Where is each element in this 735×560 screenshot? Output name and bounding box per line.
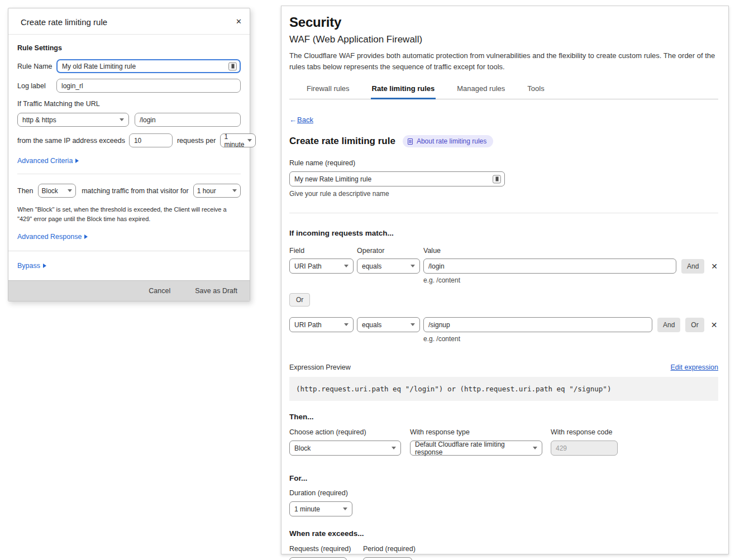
chevron-down-icon bbox=[247, 139, 252, 142]
requests-input[interactable] bbox=[289, 557, 347, 560]
chevron-down-icon bbox=[392, 447, 396, 449]
period-select[interactable]: 1 minute bbox=[363, 557, 412, 560]
chevron-down-icon bbox=[232, 189, 237, 192]
choose-action-label: Choose action (required) bbox=[289, 428, 401, 436]
then-label: Then bbox=[17, 187, 34, 195]
about-rate-limiting-rules-badge[interactable]: About rate limiting rules bbox=[403, 135, 493, 147]
condition-row: URI Path equals And Or ✕ bbox=[289, 317, 718, 332]
traffic-matching-label: If Traffic Matching the URL bbox=[17, 100, 241, 108]
operator-select[interactable]: equals bbox=[357, 259, 420, 274]
chevron-down-icon bbox=[411, 323, 415, 326]
chevron-down-icon bbox=[344, 265, 349, 267]
value-input[interactable] bbox=[423, 317, 652, 332]
block-duration-select[interactable]: 1 hour bbox=[193, 184, 241, 198]
value-column-label: Value bbox=[423, 247, 441, 255]
dialog-title: Create rate limiting rule bbox=[21, 17, 107, 27]
and-button[interactable]: And bbox=[681, 259, 704, 274]
response-type-label: With response type bbox=[410, 428, 542, 436]
chevron-down-icon bbox=[533, 447, 537, 449]
arrow-right-icon bbox=[84, 234, 88, 239]
field-column-label: Field bbox=[289, 247, 357, 255]
divider bbox=[289, 213, 718, 213]
arrow-right-icon bbox=[75, 159, 79, 163]
duration-select[interactable]: 1 minute bbox=[289, 501, 352, 516]
advanced-response-link[interactable]: Advanced Response bbox=[17, 233, 88, 241]
incoming-requests-heading: If incoming requests match... bbox=[289, 229, 718, 237]
block-note: When "Block" is set, when the threshold … bbox=[17, 205, 241, 224]
bypass-link[interactable]: Bypass bbox=[17, 262, 46, 270]
requests-input[interactable] bbox=[129, 133, 173, 147]
rate-exceeds-heading: When rate exceeds... bbox=[289, 529, 718, 538]
remove-condition-icon[interactable]: ✕ bbox=[710, 262, 719, 271]
tab-firewall-rules[interactable]: Firewall rules bbox=[306, 81, 351, 99]
for-heading: For... bbox=[289, 474, 718, 482]
chevron-down-icon bbox=[68, 189, 72, 192]
edit-expression-link[interactable]: Edit expression bbox=[671, 363, 718, 371]
requests-per-label: requests per bbox=[177, 137, 216, 145]
chevron-down-icon bbox=[343, 508, 347, 510]
value-input[interactable] bbox=[423, 259, 676, 274]
tab-managed-rules[interactable]: Managed rules bbox=[456, 81, 506, 99]
rule-name-input[interactable] bbox=[56, 59, 241, 73]
rule-name-label: Rule Name bbox=[17, 63, 56, 70]
divider bbox=[17, 174, 241, 174]
chevron-down-icon bbox=[411, 265, 415, 267]
requests-label: Requests (required) bbox=[289, 545, 363, 553]
expression-preview-label: Expression Preview bbox=[289, 363, 351, 371]
page-title: Security bbox=[289, 15, 718, 30]
period-label: Period (required) bbox=[363, 545, 416, 553]
field-select[interactable]: URI Path bbox=[289, 259, 354, 274]
action-select[interactable]: Block bbox=[38, 184, 77, 198]
rule-name-input[interactable] bbox=[289, 171, 505, 186]
and-button[interactable]: And bbox=[657, 318, 680, 332]
log-label: Log label bbox=[17, 82, 56, 90]
page-description: The Cloudflare WAF provides both automat… bbox=[289, 50, 718, 73]
back-arrow-icon: ← bbox=[289, 116, 297, 124]
dialog-footer: Cancel Save as Draft bbox=[8, 280, 250, 301]
log-label-input[interactable] bbox=[56, 79, 241, 93]
advanced-criteria-link[interactable]: Advanced Criteria bbox=[17, 157, 79, 165]
waf-tabs: Firewall rules Rate limiting rules Manag… bbox=[289, 81, 718, 99]
matching-traffic-label: matching traffic from that visitor for bbox=[82, 187, 189, 195]
back-link[interactable]: ← Back bbox=[289, 116, 313, 124]
exceeds-label: from the same IP address exceeds bbox=[17, 137, 125, 145]
doc-icon bbox=[408, 138, 413, 145]
value-hint: e.g. /content bbox=[423, 276, 718, 284]
create-rate-limiting-rule-dialog: Create rate limiting rule ✕ Rule Setting… bbox=[8, 8, 250, 301]
page-subtitle: WAF (Web Application Firewall) bbox=[289, 34, 718, 45]
autofill-icon[interactable] bbox=[228, 62, 237, 70]
period-select[interactable]: 1 minute bbox=[220, 133, 256, 147]
operator-column-label: Operator bbox=[357, 247, 423, 255]
security-waf-panel: Security WAF (Web Application Firewall) … bbox=[281, 6, 729, 554]
or-connector-button[interactable]: Or bbox=[289, 293, 310, 307]
or-button[interactable]: Or bbox=[685, 318, 704, 332]
then-heading: Then... bbox=[289, 413, 718, 421]
cancel-button[interactable]: Cancel bbox=[149, 287, 170, 295]
tab-rate-limiting-rules[interactable]: Rate limiting rules bbox=[371, 81, 436, 99]
response-code-input bbox=[551, 441, 618, 456]
create-rule-heading: Create rate limiting rule bbox=[289, 136, 395, 147]
save-as-draft-button[interactable]: Save as Draft bbox=[195, 287, 237, 295]
value-hint: e.g. /content bbox=[423, 335, 718, 343]
remove-condition-icon[interactable]: ✕ bbox=[710, 320, 719, 329]
dialog-header: Create rate limiting rule ✕ bbox=[8, 8, 250, 35]
chevron-down-icon bbox=[344, 323, 349, 326]
response-code-label: With response code bbox=[551, 428, 618, 436]
field-select[interactable]: URI Path bbox=[289, 317, 354, 332]
expression-preview-code: (http.request.uri.path eq "/login") or (… bbox=[289, 377, 718, 401]
rule-settings-heading: Rule Settings bbox=[17, 44, 241, 52]
arrow-right-icon bbox=[43, 264, 46, 268]
close-icon[interactable]: ✕ bbox=[236, 17, 242, 25]
chevron-down-icon bbox=[120, 118, 124, 121]
scheme-select[interactable]: http & https bbox=[17, 113, 129, 127]
rule-name-hint: Give your rule a descriptive name bbox=[289, 190, 718, 198]
response-type-select[interactable]: Default Cloudflare rate limiting respons… bbox=[410, 441, 542, 456]
url-input[interactable] bbox=[135, 113, 241, 127]
action-select[interactable]: Block bbox=[289, 441, 401, 456]
autofill-icon[interactable] bbox=[493, 175, 501, 183]
operator-select[interactable]: equals bbox=[357, 317, 420, 332]
tab-tools[interactable]: Tools bbox=[526, 81, 545, 99]
duration-label: Duration (required) bbox=[289, 489, 718, 497]
condition-row: URI Path equals And ✕ bbox=[289, 259, 718, 274]
rule-name-label: Rule name (required) bbox=[289, 159, 718, 167]
